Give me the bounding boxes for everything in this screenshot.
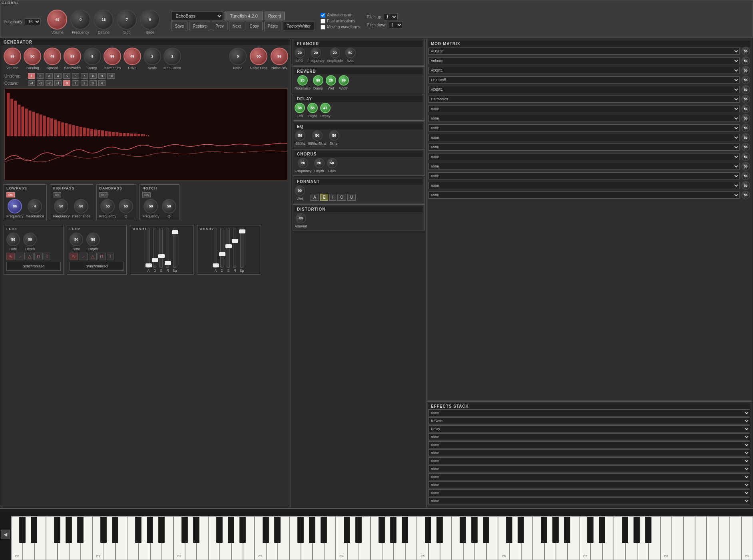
adsr1-attack-thumb[interactable] [145,263,152,267]
effect-select-11[interactable]: none [428,497,750,504]
black-key[interactable] [518,517,524,543]
black-key[interactable] [402,517,408,543]
mod-source-select-11[interactable]: none [428,153,740,160]
black-key[interactable] [378,517,385,543]
effect-select-6[interactable]: none [428,457,750,464]
piano-scroll-left-button[interactable]: ◀ [1,530,10,539]
black-key[interactable] [587,517,594,543]
octave-btn-m2[interactable]: -2 [46,80,53,86]
mod-source-select-0[interactable]: ADSR2 [428,48,740,55]
adsr2-release-track[interactable] [233,228,236,268]
effect-select-2[interactable]: Delay [428,425,750,432]
adsr1-sustain-thumb[interactable] [158,254,165,258]
adsr1-sp-thumb[interactable] [172,230,178,234]
gen-modulation-knob[interactable]: 1 [163,48,181,65]
gen-drive-knob[interactable]: 49 [124,48,141,65]
white-key[interactable]: C6 [498,516,510,560]
black-key[interactable] [425,517,431,543]
lfo2-shape-triangle[interactable]: △ [89,253,97,260]
mod-amount-knob-2[interactable]: 50 [741,66,750,75]
notch-q-knob[interactable]: 50 [162,199,176,213]
black-key[interactable] [228,517,234,543]
lfo2-shape-saw[interactable]: ⟋ [79,253,88,260]
black-key[interactable] [135,517,141,543]
black-key[interactable] [309,517,315,543]
octave-btn-0[interactable]: 0 [63,80,70,86]
black-key[interactable] [483,517,489,543]
moving-waveforms-option[interactable]: Moving waveforms [321,25,360,30]
black-key[interactable] [216,517,223,543]
black-key[interactable] [344,517,350,543]
formant-vowel-u[interactable]: U [347,194,356,201]
white-key[interactable] [730,516,741,560]
reverb-width-knob[interactable]: 99 [339,75,349,86]
gen-volume-knob[interactable]: 99 [4,48,21,65]
black-key[interactable] [77,517,84,543]
adsr2-release-thumb[interactable] [232,239,238,243]
record-button[interactable]: Record [265,12,285,20]
octave-btn-3[interactable]: 3 [90,80,97,86]
white-key-c8[interactable]: C8 [741,516,753,560]
white-key[interactable] [452,516,463,560]
notch-frequency-knob[interactable]: 50 [143,199,158,213]
eq-low-knob[interactable]: 50 [295,130,305,141]
noise-freq-knob[interactable]: 50 [250,48,267,65]
gen-panning-knob[interactable]: 50 [24,48,41,65]
mod-source-select-14[interactable]: none [428,182,740,189]
octave-btn-1[interactable]: 1 [72,80,79,86]
mod-source-select-13[interactable]: none [428,172,740,179]
black-key[interactable] [541,517,547,543]
gen-harmonics-knob[interactable]: 99 [104,48,121,65]
formant-vowel-i[interactable]: I [329,194,336,201]
pitch-down-select[interactable]: 1 [389,22,403,28]
polyphony-select[interactable]: 16 [25,18,41,25]
mod-source-select-15[interactable]: none [428,191,740,199]
black-key[interactable] [599,517,605,543]
unison-btn-3[interactable]: 3 [46,73,53,79]
white-key[interactable]: C4 [336,516,347,560]
effect-select-10[interactable]: none [428,489,750,496]
adsr1-attack-track[interactable] [147,228,150,268]
white-key[interactable] [672,516,683,560]
mod-source-select-10[interactable]: none [428,143,740,151]
chorus-depth-knob[interactable]: 20 [314,158,325,168]
lfo2-rate-knob[interactable]: 50 [70,233,83,246]
lfo1-sync-button[interactable]: Synchronized [6,262,61,271]
black-key[interactable] [274,517,281,543]
mod-amount-knob-1[interactable]: 50 [741,56,750,65]
volume-knob[interactable]: 49 [47,10,67,30]
adsr2-decay-track[interactable] [220,228,223,268]
gen-scale-knob[interactable]: 2 [143,48,161,65]
adsr1-sustain-track[interactable] [159,228,163,268]
effect-select-9[interactable]: none [428,481,750,488]
formant-wet-knob[interactable]: 99 [295,185,305,196]
adsr1-release-thumb[interactable] [165,261,171,265]
mod-amount-knob-3[interactable]: 50 [741,76,750,84]
mod-amount-knob-9[interactable]: 50 [741,133,750,142]
animations-on-checkbox[interactable] [321,13,325,18]
factory-writer-button[interactable]: FactoryWriter [283,22,314,30]
mod-source-select-4[interactable]: ADSR1 [428,86,740,93]
flanger-frequency-knob[interactable]: 20 [311,48,321,58]
noise-bw-knob[interactable]: 99 [271,48,288,65]
delay-decay-knob[interactable]: 47 [320,103,331,113]
animations-on-option[interactable]: Animations on [321,13,360,18]
white-key[interactable] [718,516,730,560]
fast-animations-option[interactable]: Fast animations [321,19,360,24]
paste-button[interactable]: Paste [264,22,282,30]
formant-vowel-e[interactable]: E [320,194,329,201]
effect-select-1[interactable]: Reverb [428,417,750,424]
white-key[interactable]: C7 [579,516,591,560]
mod-amount-knob-0[interactable]: 50 [741,47,750,56]
white-key[interactable] [208,516,220,560]
bandpass-q-knob[interactable]: 50 [119,199,133,213]
detune-knob[interactable]: 18 [94,10,114,30]
lfo1-shape-triangle[interactable]: △ [26,253,34,260]
mod-amount-knob-14[interactable]: 50 [741,181,750,190]
unison-btn-7[interactable]: 7 [81,73,88,79]
delay-right-knob[interactable]: 38 [307,103,318,113]
gen-damp-knob[interactable]: 9 [84,48,101,65]
white-key[interactable] [533,516,544,560]
black-key[interactable] [54,517,60,543]
copy-button[interactable]: Copy [246,22,262,30]
